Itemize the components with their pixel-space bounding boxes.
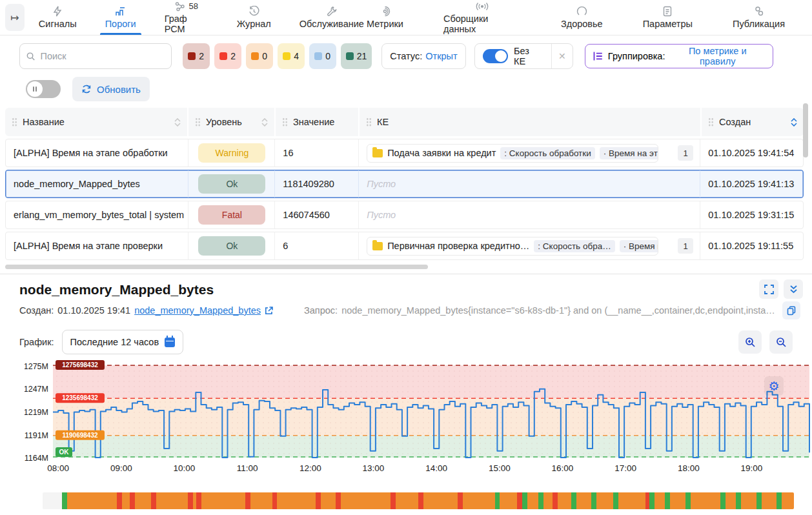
timeline-segment-major[interactable] bbox=[250, 492, 272, 509]
timeline-segment-major[interactable] bbox=[67, 492, 117, 509]
tab-health[interactable]: Здоровье bbox=[560, 0, 604, 35]
timeline-segment-major[interactable] bbox=[423, 492, 458, 509]
status-filter[interactable]: Статус: Открыт bbox=[381, 43, 465, 69]
tab-parameters[interactable]: Параметры bbox=[642, 0, 694, 35]
timeline-segment-critical[interactable] bbox=[117, 492, 122, 509]
timeline-segment-major[interactable] bbox=[726, 492, 736, 509]
collapse-sidebar-button[interactable]: ↦ bbox=[5, 4, 25, 31]
critical-count-badge[interactable]: 2 bbox=[214, 43, 241, 69]
timeline-segment-major[interactable] bbox=[135, 492, 151, 509]
status-timeline[interactable] bbox=[43, 492, 794, 509]
tab-publication[interactable]: Публикация bbox=[731, 0, 786, 35]
external-link-icon[interactable] bbox=[265, 307, 273, 315]
timeline-segment-major[interactable] bbox=[321, 492, 336, 509]
timeline-segment-ok[interactable] bbox=[685, 492, 691, 509]
timeline-segment-critical[interactable] bbox=[196, 492, 201, 509]
drag-handle-icon[interactable] bbox=[282, 117, 288, 126]
timeline-segment-critical[interactable] bbox=[188, 492, 193, 509]
grouping-button[interactable]: Группировка: По метрике и правилу bbox=[585, 44, 773, 68]
timeline-segment-critical[interactable] bbox=[245, 492, 250, 509]
tab-rsm-graph[interactable]: 58 Граф РСМ bbox=[163, 0, 210, 35]
timeline-segment-ok[interactable] bbox=[538, 492, 543, 509]
timeline-segment-critical[interactable] bbox=[418, 492, 423, 509]
sort-icon[interactable] bbox=[174, 118, 181, 126]
timeline-segment-major[interactable] bbox=[618, 492, 645, 509]
timeline-segment-critical[interactable] bbox=[151, 492, 156, 509]
timeline-segment-critical[interactable] bbox=[336, 492, 341, 509]
tab-maintenance[interactable]: Обслуживание bbox=[298, 0, 365, 35]
timeline-segment-major[interactable] bbox=[500, 492, 516, 509]
timeline-segment-ok[interactable] bbox=[776, 492, 782, 509]
timeline-segment-major[interactable] bbox=[782, 492, 794, 509]
search-input[interactable] bbox=[40, 51, 164, 61]
table-row[interactable]: [ALPHA] Время на этапе обработки Warning… bbox=[5, 139, 804, 167]
timeline-segment-critical[interactable] bbox=[391, 492, 396, 509]
tab-journal[interactable]: Журнал bbox=[236, 0, 272, 35]
timeline-segment-major[interactable] bbox=[201, 492, 245, 509]
tab-collectors[interactable]: Сборщики данных bbox=[442, 0, 522, 35]
timeline-segment-major[interactable] bbox=[277, 492, 316, 509]
timeline-segment-ok[interactable] bbox=[756, 492, 762, 509]
zoom-in-button[interactable] bbox=[738, 330, 762, 354]
zoom-out-button[interactable] bbox=[769, 330, 793, 354]
timeline-segment-critical[interactable] bbox=[553, 492, 558, 509]
timeline-segment-major[interactable] bbox=[527, 492, 539, 509]
timeline-segment-major[interactable] bbox=[396, 492, 418, 509]
timeline-segment-critical[interactable] bbox=[272, 492, 278, 509]
timeline-segment-ok[interactable] bbox=[522, 492, 527, 509]
no-ke-toggle[interactable] bbox=[483, 49, 508, 63]
table-row[interactable]: [ALPHA] Время на этапе проверки Ok 6 Пер… bbox=[5, 232, 804, 260]
table-row-selected[interactable]: node_memory_Mapped_bytes Ok 1181409280 П… bbox=[5, 170, 804, 198]
timeline-segment-ok[interactable] bbox=[649, 492, 655, 509]
column-header-value[interactable]: Значение bbox=[274, 108, 358, 136]
timeline-segment-ok[interactable] bbox=[720, 492, 726, 509]
sort-icon[interactable] bbox=[261, 118, 268, 126]
timeline-segment-critical[interactable] bbox=[316, 492, 321, 509]
timeline-segment-major[interactable] bbox=[156, 492, 188, 509]
timeline-segment-ok[interactable] bbox=[591, 492, 596, 509]
major-count-badge[interactable]: 0 bbox=[246, 43, 273, 69]
table-row[interactable]: erlang_vm_memory_bytes_total | system Fa… bbox=[5, 201, 804, 229]
timeline-segment-ok[interactable] bbox=[665, 492, 670, 509]
timeline-segment-major[interactable] bbox=[558, 492, 571, 509]
refresh-button[interactable]: Обновить bbox=[72, 77, 150, 101]
chart-settings-button[interactable]: ⚙ bbox=[764, 376, 784, 396]
timeline-segment-ok[interactable] bbox=[571, 492, 576, 509]
copy-query-button[interactable] bbox=[782, 301, 800, 319]
column-header-created[interactable]: Создан bbox=[700, 108, 804, 136]
tab-signals[interactable]: Сигналы bbox=[37, 0, 78, 35]
timeline-segment-ok[interactable] bbox=[613, 492, 618, 509]
ke-tag[interactable]: Первичная проверка кредитно… : Скорость … bbox=[367, 237, 658, 256]
remove-filter-icon[interactable]: ✕ bbox=[551, 44, 573, 68]
timeline-segment-major[interactable] bbox=[741, 492, 757, 509]
ke-tag[interactable]: Подача заявки на кредит : Скорость обраб… bbox=[367, 144, 658, 163]
drag-handle-icon[interactable] bbox=[708, 117, 714, 126]
timeline-segment-critical[interactable] bbox=[458, 492, 463, 509]
timeline-segment-major[interactable] bbox=[655, 492, 665, 509]
timeline-segment-major[interactable] bbox=[596, 492, 613, 509]
expand-panel-button[interactable] bbox=[759, 279, 778, 299]
timeline-segment-empty[interactable] bbox=[43, 492, 62, 509]
timeline-segment-major[interactable] bbox=[576, 492, 591, 509]
tab-thresholds[interactable]: Пороги bbox=[104, 0, 137, 35]
warning-count-badge[interactable]: 4 bbox=[278, 43, 305, 69]
drag-handle-icon[interactable] bbox=[195, 117, 201, 126]
drag-handle-icon[interactable] bbox=[12, 117, 17, 126]
tab-metrics[interactable]: Метрики bbox=[365, 0, 405, 35]
metric-link[interactable]: node_memory_Mapped_bytes bbox=[134, 305, 261, 316]
vertical-scrollbar[interactable] bbox=[803, 103, 808, 253]
timeline-segment-major[interactable] bbox=[341, 492, 391, 509]
column-header-ke[interactable]: КЕ bbox=[358, 108, 700, 136]
ok-count-badge[interactable]: 21 bbox=[341, 43, 372, 69]
timeline-segment-ok[interactable] bbox=[62, 492, 67, 509]
timeline-segment-critical[interactable] bbox=[517, 492, 522, 509]
horizontal-scrollbar[interactable] bbox=[5, 265, 428, 269]
collapse-panel-button[interactable] bbox=[784, 279, 803, 299]
time-range-select[interactable]: Последние 12 часов bbox=[62, 330, 184, 354]
timeline-segment-major[interactable] bbox=[543, 492, 553, 509]
fatal-count-badge[interactable]: 2 bbox=[183, 43, 210, 69]
timeline-segment-major[interactable] bbox=[691, 492, 720, 509]
timeline-segment-ok[interactable] bbox=[495, 492, 500, 509]
timeline-segment-major[interactable] bbox=[670, 492, 686, 509]
info-count-badge[interactable]: 0 bbox=[309, 43, 336, 69]
